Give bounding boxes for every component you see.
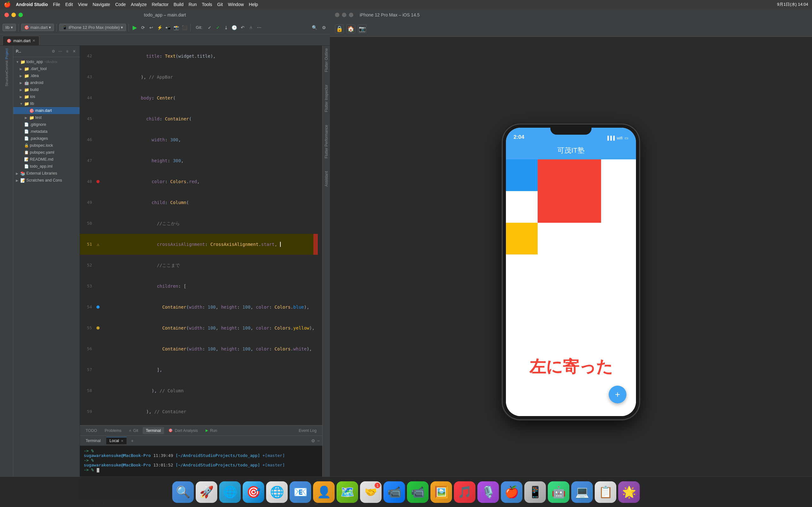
tab-todo[interactable]: TODO xyxy=(83,427,100,434)
tab-close-button[interactable]: ✕ xyxy=(32,39,35,43)
dock-chrome[interactable]: 🌐 xyxy=(266,481,288,503)
dock-photos[interactable]: 🖼️ xyxy=(430,481,452,503)
minimize-button[interactable] xyxy=(11,13,16,17)
flutter-assistant-label[interactable]: Assistant xyxy=(324,171,328,187)
dock-music[interactable]: 🎵 xyxy=(454,481,475,503)
lib-dropdown[interactable]: lib ▾ xyxy=(3,24,16,31)
dock-zoom[interactable]: 📹 xyxy=(384,481,405,503)
dock-appstore[interactable]: 🍎 xyxy=(501,481,522,503)
color-gutter-blue[interactable] xyxy=(96,305,100,308)
dock-maps[interactable]: 🗺️ xyxy=(337,481,358,503)
screenshot-button[interactable]: 📸 xyxy=(172,24,180,31)
project-panel-button[interactable]: Project xyxy=(1,48,12,60)
sidebar-item-pubspec-yaml[interactable]: ▶ 📋 pubspec.yaml xyxy=(13,149,80,156)
search-everywhere[interactable]: 🔍 xyxy=(311,24,318,31)
sim-screenshot-icon[interactable]: 📷 xyxy=(358,24,367,33)
dock-podcast[interactable]: 🎙️ xyxy=(477,481,499,503)
flutter-inspector-label[interactable]: Flutter Inspector xyxy=(324,84,328,112)
dock-finder[interactable]: 🔍 xyxy=(172,481,194,503)
color-gutter-yellow[interactable] xyxy=(96,326,100,330)
file-dropdown[interactable]: 🎯 main.dart ▾ xyxy=(21,24,54,31)
code-editor[interactable]: 42 title: Text(widget.title), 43 ), // A… xyxy=(80,46,322,425)
menu-file[interactable]: File xyxy=(53,2,60,7)
menu-run[interactable]: Run xyxy=(189,2,197,7)
git-branches[interactable]: ⑃ xyxy=(247,24,254,31)
menu-window[interactable]: Window xyxy=(228,2,244,7)
dock-android-studio[interactable]: 🤖 xyxy=(548,481,569,503)
menu-code[interactable]: Code xyxy=(115,2,125,7)
sidebar-item-external-libs[interactable]: ▶ 📚 External Libraries xyxy=(13,170,80,177)
tab-problems[interactable]: Problems xyxy=(101,427,125,434)
sidebar-item-dart-tool[interactable]: ▶ 📁 .dart_tool xyxy=(13,65,80,72)
maximize-button[interactable] xyxy=(18,13,23,17)
menu-tools[interactable]: Tools xyxy=(202,2,212,7)
sidebar-item-scratches[interactable]: ▶ 📝 Scratches and Cons xyxy=(13,177,80,184)
dock-simulator[interactable]: 📱 xyxy=(524,481,546,503)
device-dropdown[interactable]: 📱 iPhone 12 Pro Max (mobile) ▾ xyxy=(59,24,126,31)
terminal-minimize-icon[interactable]: − xyxy=(317,438,320,443)
apple-menu[interactable]: 🍎 xyxy=(4,1,11,8)
terminal-close-icon[interactable]: ✕ xyxy=(121,439,123,443)
tab-event-log[interactable]: Event Log xyxy=(296,427,320,434)
dock-mail[interactable]: 📧 xyxy=(290,481,311,503)
dock-vscode[interactable]: 💻 xyxy=(571,481,593,503)
sidebar-collapse-icon[interactable]: ≡ xyxy=(64,49,70,54)
sidebar-item-ios[interactable]: ▶ 📁 ios xyxy=(13,93,80,100)
sidebar-item-test[interactable]: ▶ 📁 test xyxy=(13,114,80,121)
flutter-outline-label[interactable]: Flutter Outline xyxy=(324,48,328,72)
tab-dart-analysis[interactable]: 🎯 Dart Analysis xyxy=(165,427,201,434)
sidebar-settings-icon[interactable]: ⚙ xyxy=(50,49,56,54)
sidebar-close-icon[interactable]: ✕ xyxy=(71,49,77,54)
sidebar-item-iml[interactable]: ▶ 📄 todo_app.iml xyxy=(13,163,80,170)
stop-button[interactable]: ⬛ xyxy=(181,24,188,31)
git-revert[interactable]: ↶ xyxy=(239,24,246,31)
sim-home-icon[interactable]: 🏠 xyxy=(346,24,355,33)
tab-run[interactable]: ▶ Run xyxy=(202,427,220,434)
menu-build[interactable]: Build xyxy=(173,2,183,7)
sidebar-item-pubspec-lock[interactable]: ▶ 🔒 pubspec.lock xyxy=(13,142,80,149)
sidebar-item-gitignore[interactable]: ▶ 📄 .gitignore xyxy=(13,121,80,128)
sidebar-gear-icon[interactable]: ⋯ xyxy=(57,49,63,54)
git-more[interactable]: ⋯ xyxy=(256,24,263,31)
dock-unknown[interactable]: 🌟 xyxy=(618,481,640,503)
close-button[interactable] xyxy=(4,13,9,17)
menu-view[interactable]: View xyxy=(78,2,88,7)
menu-android-studio[interactable]: Android Studio xyxy=(16,2,48,7)
structure-panel-button[interactable]: Structure xyxy=(1,73,12,85)
terminal-local-tab[interactable]: Local ✕ xyxy=(106,437,126,444)
sync-button[interactable]: ⟳ xyxy=(140,24,147,31)
sidebar-item-main-dart[interactable]: ▶ 🎯 main.dart xyxy=(13,107,80,114)
sidebar-item-readme[interactable]: ▶ 📝 README.md xyxy=(13,156,80,163)
sidebar-item-lib[interactable]: ▼ 📁 lib xyxy=(13,100,80,107)
menu-git[interactable]: Git xyxy=(217,2,223,7)
run-button[interactable]: ▶ xyxy=(131,24,138,31)
git-history[interactable]: 🕒 xyxy=(231,24,238,31)
menu-edit[interactable]: Edit xyxy=(65,2,73,7)
lightning-button[interactable]: ⚡ xyxy=(156,24,163,31)
phone-fab[interactable]: + xyxy=(609,386,626,403)
dock-slack[interactable]: 🤝 1 xyxy=(360,481,382,503)
tab-terminal[interactable]: Terminal xyxy=(143,427,164,434)
git-pull[interactable]: ⤓ xyxy=(223,24,230,31)
tab-main-dart[interactable]: 🎯 main.dart ✕ xyxy=(3,36,39,45)
terminal-add-tab[interactable]: + xyxy=(129,438,136,444)
sidebar-item-build[interactable]: ▶ 📁 build xyxy=(13,86,80,93)
dock-launchpad[interactable]: 🚀 xyxy=(196,481,217,503)
sim-lock-icon[interactable]: 🔒 xyxy=(335,24,344,33)
git-push[interactable]: ✓ xyxy=(214,24,221,31)
flutter-performance-label[interactable]: Flutter Performance xyxy=(324,125,328,158)
commit-panel-button[interactable]: Commit xyxy=(1,61,12,72)
dock-dart[interactable]: 🎯 xyxy=(243,481,264,503)
settings-button[interactable]: ⚙ xyxy=(320,24,327,31)
dock-safari[interactable]: 🌐 xyxy=(219,481,241,503)
sidebar-item-android[interactable]: ▶ 🤖 android xyxy=(13,79,80,86)
git-commit[interactable]: ✓ xyxy=(206,24,213,31)
tab-git[interactable]: ⑃ Git xyxy=(126,427,142,434)
terminal-settings-icon[interactable]: ⚙ xyxy=(311,438,315,443)
color-gutter-red[interactable] xyxy=(96,180,100,183)
device-frame-button[interactable]: 📲 xyxy=(164,24,171,31)
menu-help[interactable]: Help xyxy=(249,2,258,7)
dock-facetime[interactable]: 📹 xyxy=(407,481,428,503)
dock-notion[interactable]: 📋 xyxy=(595,481,616,503)
menu-refactor[interactable]: Refactor xyxy=(152,2,168,7)
